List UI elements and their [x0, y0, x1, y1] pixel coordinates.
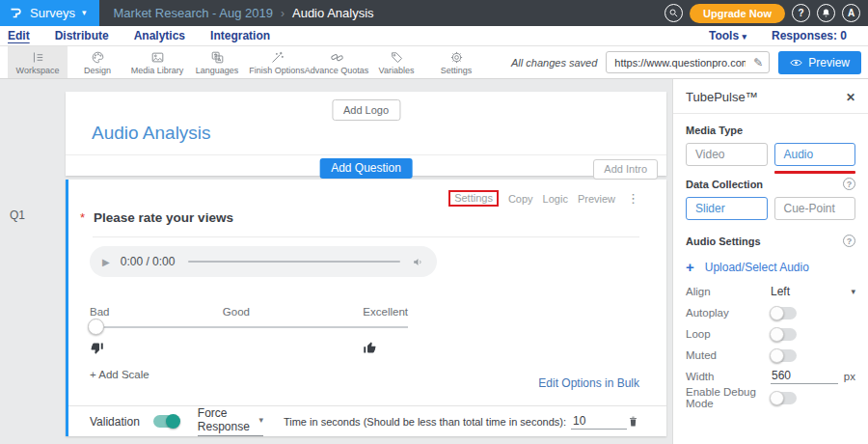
- topbar: Surveys ▾ Market Research - Aug 2019 › A…: [0, 0, 868, 26]
- validation-type-dropdown[interactable]: Force Response ▾: [198, 406, 263, 436]
- slider-track[interactable]: [90, 326, 408, 328]
- upload-select-audio-label: Upload/Select Audio: [705, 261, 809, 274]
- tool-finish-options[interactable]: Finish Options: [247, 46, 307, 78]
- editor-toolbar: Workspace Design Media Library Languages…: [0, 46, 868, 79]
- delete-question-button[interactable]: [627, 414, 639, 429]
- menu-item-analytics[interactable]: Analytics: [134, 29, 185, 42]
- add-logo-button[interactable]: Add Logo: [332, 99, 400, 121]
- width-input[interactable]: [771, 369, 838, 384]
- more-options-icon[interactable]: ⋮: [627, 191, 639, 206]
- tools-menu[interactable]: Tools ▾: [709, 29, 746, 42]
- data-collection-slider-button[interactable]: Slider: [686, 197, 768, 220]
- autoplay-toggle[interactable]: [771, 307, 797, 319]
- thumbs-up-icon: [363, 341, 377, 355]
- width-label: Width: [686, 371, 771, 382]
- notifications-button[interactable]: [817, 4, 835, 22]
- tool-languages[interactable]: Languages: [187, 46, 247, 78]
- trash-icon: [627, 414, 639, 429]
- preview-label: Preview: [808, 56, 850, 69]
- question-action-logic[interactable]: Logic: [543, 193, 568, 205]
- time-in-seconds-label: Time in seconds (Should be less than tot…: [284, 416, 566, 428]
- thumbs-row: [90, 341, 377, 355]
- question-text[interactable]: Please rate your views: [94, 210, 233, 225]
- tool-variables[interactable]: Variables: [366, 46, 426, 78]
- edit-url-pencil-icon[interactable]: ✎: [747, 56, 769, 69]
- question-action-settings[interactable]: Settings: [448, 190, 499, 207]
- align-value[interactable]: Left: [771, 285, 790, 298]
- validation-row: Validation Force Response ▾ Time in seco…: [68, 405, 666, 436]
- help-icon[interactable]: ?: [843, 178, 855, 190]
- tool-label: Workspace: [16, 66, 60, 75]
- divider: [673, 113, 868, 114]
- scale-labels: Bad Good Excellent: [90, 306, 408, 318]
- languages-icon: [210, 50, 225, 65]
- menu-item-integration[interactable]: Integration: [210, 29, 270, 42]
- menu-item-distribute[interactable]: Distribute: [55, 29, 109, 42]
- time-in-seconds-input[interactable]: [571, 414, 627, 430]
- loop-toggle[interactable]: [771, 328, 797, 341]
- tool-settings[interactable]: Settings: [426, 46, 486, 78]
- tool-workspace[interactable]: Workspace: [8, 46, 68, 78]
- questionpro-logo-icon: [9, 6, 23, 21]
- tool-design[interactable]: Design: [68, 46, 127, 78]
- surveys-menu[interactable]: Surveys ▾: [0, 0, 99, 26]
- edit-options-in-bulk-link[interactable]: Edit Options in Bulk: [538, 376, 639, 390]
- question-action-preview[interactable]: Preview: [578, 193, 615, 205]
- avatar-initial: A: [848, 8, 854, 18]
- play-icon[interactable]: ▶: [102, 257, 110, 267]
- avatar[interactable]: A: [842, 4, 860, 22]
- rating-scale: Bad Good Excellent: [90, 306, 408, 355]
- close-icon[interactable]: ✕: [846, 91, 855, 104]
- data-collection-cuepoint-button[interactable]: Cue-Point: [774, 197, 856, 220]
- upload-select-audio-link[interactable]: + Upload/Select Audio: [686, 260, 855, 274]
- debug-toggle[interactable]: [771, 392, 797, 404]
- media-type-audio-button[interactable]: Audio: [774, 143, 856, 166]
- tool-label: Media Library: [131, 66, 184, 75]
- preview-button[interactable]: Preview: [778, 51, 861, 74]
- slider-handle[interactable]: [88, 319, 104, 335]
- help-button[interactable]: ?: [792, 4, 810, 22]
- survey-url-input[interactable]: [607, 57, 747, 69]
- question-action-copy[interactable]: Copy: [508, 193, 533, 205]
- autoplay-label: Autoplay: [686, 307, 771, 319]
- loop-label: Loop: [686, 328, 771, 340]
- media-type-video-button[interactable]: Video: [686, 143, 768, 166]
- finish-options-icon: [270, 50, 285, 65]
- add-intro-button[interactable]: Add Intro: [593, 159, 658, 180]
- help-icon[interactable]: ?: [843, 235, 855, 247]
- scale-label-good: Good: [223, 306, 250, 318]
- volume-icon[interactable]: [412, 256, 424, 268]
- audio-player: ▶ 0:00 / 0:00: [90, 246, 437, 277]
- menu-item-edit[interactable]: Edit: [8, 29, 30, 42]
- responses-count[interactable]: Responses: 0: [772, 29, 847, 42]
- chevron-down-icon: ▾: [82, 9, 87, 17]
- variables-icon: [390, 50, 404, 65]
- survey-title[interactable]: Audio Analysis: [92, 123, 211, 144]
- breadcrumb-parent[interactable]: Market Research - Aug 2019: [114, 6, 273, 20]
- muted-toggle[interactable]: [771, 349, 797, 362]
- upgrade-now-button[interactable]: Upgrade Now: [690, 4, 785, 23]
- data-collection-label: Data Collection: [686, 179, 763, 190]
- add-scale-link[interactable]: + Add Scale: [90, 369, 149, 380]
- question-number: Q1: [10, 208, 25, 222]
- width-row: Width px: [686, 366, 855, 387]
- tool-advance-quotas[interactable]: Advance Quotas: [307, 46, 366, 78]
- breadcrumb-current: Audio Analysis: [292, 6, 374, 20]
- scale-label-bad: Bad: [90, 306, 109, 318]
- tool-media-library[interactable]: Media Library: [127, 46, 187, 78]
- panel-title: TubePulse™: [686, 90, 758, 104]
- search-button[interactable]: [665, 4, 683, 22]
- chevron-down-icon: ▾: [742, 32, 746, 42]
- breadcrumb-separator-icon: ›: [281, 7, 285, 20]
- validation-toggle[interactable]: [153, 415, 179, 428]
- chevron-down-icon[interactable]: ▾: [851, 287, 855, 296]
- align-label: Align: [686, 286, 771, 297]
- player-progress-track[interactable]: [188, 261, 400, 263]
- debug-row: Enable Debug Mode: [686, 387, 855, 408]
- advance-quotas-icon: [330, 50, 344, 65]
- add-question-button[interactable]: Add Question: [319, 158, 413, 179]
- tools-label: Tools: [709, 29, 739, 42]
- tool-label: Advance Quotas: [305, 66, 369, 75]
- debug-label: Enable Debug Mode: [686, 386, 783, 409]
- help-icon: ?: [798, 8, 803, 18]
